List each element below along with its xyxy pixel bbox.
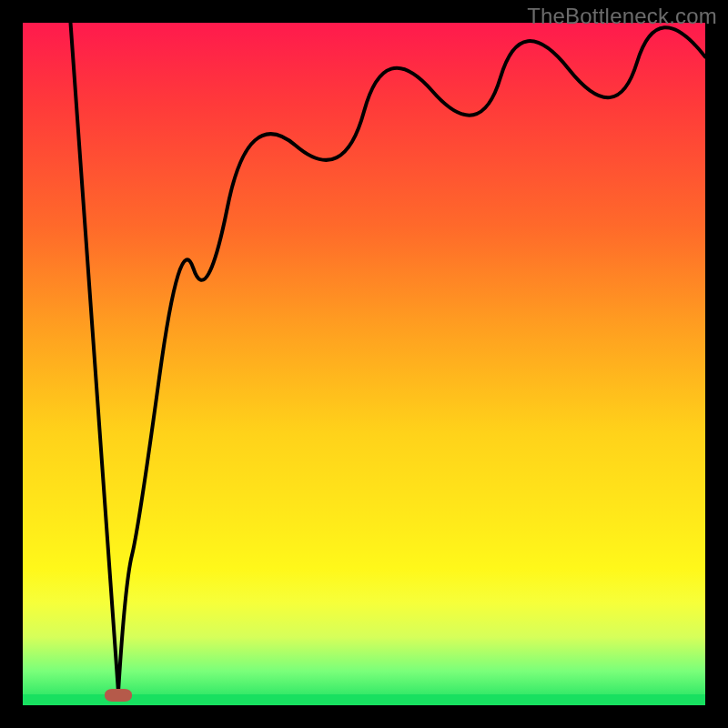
min-marker [105,689,132,702]
bottleneck-curve [23,23,705,705]
chart-frame: TheBottleneck.com [0,0,728,728]
curve-path [71,23,706,692]
watermark-text: TheBottleneck.com [527,4,717,29]
plot-area [23,23,705,705]
